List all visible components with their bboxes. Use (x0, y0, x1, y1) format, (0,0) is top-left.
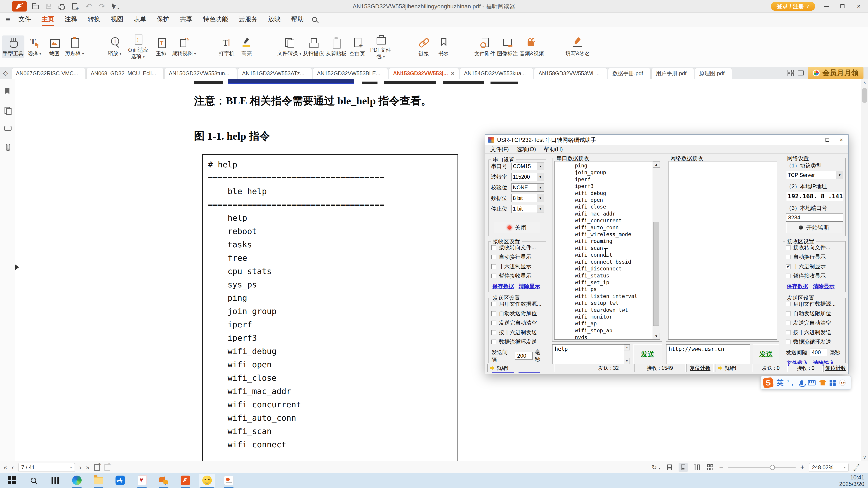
document-tab[interactable]: AN150GD32VW553tun... (164, 68, 237, 78)
toolbar-item[interactable]: 文件附件 ▾ (473, 35, 496, 58)
print-icon[interactable] (58, 2, 66, 10)
usr-maximize-button[interactable] (820, 135, 834, 145)
menu-item[interactable]: 特色功能 (198, 13, 234, 26)
toolbar-item[interactable]: ▾ (85, 39, 105, 55)
redo-icon[interactable] (97, 2, 105, 10)
read-mode-icon[interactable] (798, 70, 804, 75)
toolbar-item[interactable]: ▾ (454, 39, 473, 55)
checkbox[interactable] (786, 330, 790, 335)
start-listen-button[interactable]: 开始监听 (786, 222, 842, 233)
toolbar-item[interactable]: PDF文件包 ▾ (367, 32, 394, 61)
checkbox-row[interactable]: 发送完自动清空 (786, 319, 845, 326)
microphone-icon[interactable] (800, 380, 803, 385)
toolbox-icon[interactable] (830, 380, 836, 386)
next-page-icon[interactable]: › (79, 464, 81, 471)
english-mode-icon[interactable]: 英 (777, 378, 783, 387)
scroll-up-icon[interactable]: ∧ (624, 345, 630, 350)
scroll-up-icon[interactable]: ▲ (653, 161, 660, 168)
serial-param-select[interactable]: 115200 ▼ (511, 173, 544, 181)
action-link[interactable]: 清除显示 (813, 283, 835, 290)
checkbox-row[interactable]: 按十六进制发送 (786, 329, 845, 336)
open-file-icon[interactable] (32, 2, 39, 10)
document-scrollbar[interactable]: ∧ ∨ (861, 79, 868, 461)
checkbox[interactable] (491, 302, 496, 306)
input-scrollbar[interactable]: ∧ ∨ (624, 345, 630, 364)
emoji-icon[interactable] (839, 380, 846, 386)
checkbox[interactable] (786, 255, 790, 259)
dropdown-arrow-icon[interactable]: ▼ (537, 194, 544, 202)
toolbar-item[interactable]: 从剪贴板 ▾ (325, 35, 347, 58)
checkbox-row[interactable]: 按十六进制发送 (491, 329, 546, 336)
protocol-select[interactable]: TCP Server ▼ (786, 171, 843, 179)
minimize-button[interactable] (821, 2, 831, 11)
scrollbar-thumb[interactable] (653, 222, 659, 326)
dropdown-arrow-icon[interactable]: ▼ (836, 171, 843, 179)
usr-taskbar-icon[interactable] (199, 474, 215, 487)
menu-item[interactable]: 转换 (83, 13, 105, 26)
pages-panel-icon[interactable] (4, 106, 11, 113)
usr-menu-item[interactable]: 选项(O) (513, 145, 539, 153)
toolbar-item[interactable]: 链接 ▾ (414, 35, 434, 58)
toolbar-item[interactable]: 音频&视频 ▾ (519, 35, 545, 58)
page-number-box[interactable]: 7 / 41 ▾ (18, 463, 75, 472)
serial-param-select[interactable]: 8 bit ▼ (511, 194, 544, 202)
document-tab[interactable]: AN152GD32VW553BLE... (313, 68, 388, 78)
comments-panel-icon[interactable] (4, 125, 11, 132)
zoom-level-box[interactable]: 248.02% ▾ (809, 463, 848, 472)
previous-view-icon[interactable] (94, 464, 100, 471)
zoom-slider[interactable] (728, 467, 796, 468)
usr-menu-item[interactable]: 文件(F) (487, 145, 512, 153)
local-ip-input[interactable]: 192.168. 8 .141 (786, 192, 843, 201)
zoom-out-icon[interactable]: − (719, 463, 723, 471)
dropdown-arrow-icon[interactable]: ▼ (537, 205, 544, 213)
single-page-view-icon[interactable] (665, 463, 674, 472)
keyboard-icon[interactable] (808, 380, 815, 385)
cards-app-icon[interactable] (134, 474, 150, 487)
document-tab[interactable]: AN067GD32RISC-VMC... (12, 68, 86, 78)
save-icon[interactable] (45, 2, 53, 10)
new-page-icon[interactable] (71, 2, 79, 10)
hamburger-icon[interactable]: ≡ (6, 15, 10, 24)
menu-item[interactable]: 视图 (105, 13, 129, 26)
checkbox-row[interactable]: 十六进制显示 (491, 263, 546, 270)
menu-item[interactable]: 帮助 (286, 13, 309, 26)
send-interval-input[interactable]: 200 (515, 352, 532, 360)
tab-close-icon[interactable]: × (451, 70, 455, 77)
toolbar-item[interactable]: ▾ (256, 39, 276, 55)
checkbox-row[interactable]: 暂停接收显示 (786, 272, 845, 280)
document-tab[interactable]: AN153GD32VW553j... × (389, 68, 459, 78)
dropdown-arrow-icon[interactable]: ▼ (537, 162, 544, 170)
first-page-icon[interactable]: « (4, 464, 7, 471)
toolbar-item[interactable]: 选择 ▾ (24, 35, 44, 58)
scroll-down-icon[interactable]: ▼ (653, 333, 660, 339)
menu-item[interactable]: 注释 (59, 13, 83, 26)
action-link[interactable]: 保存数据 (786, 283, 808, 290)
sidebar-expand-handle[interactable] (16, 265, 19, 270)
usr-close-button[interactable]: × (834, 135, 848, 145)
toolbar-item[interactable]: 旋转视图 ▾ (171, 35, 197, 58)
file-explorer-icon[interactable] (90, 474, 107, 487)
checkbox[interactable] (491, 321, 496, 325)
checkbox[interactable] (786, 245, 790, 250)
checkbox[interactable] (491, 330, 496, 335)
toolbar-item[interactable]: 高亮 ▾ (237, 35, 256, 58)
checkbox-row[interactable]: 数据流循环发送 (491, 338, 546, 346)
checkbox-row[interactable]: 数据流循环发送 (786, 338, 845, 346)
toolbar-item[interactable]: 重排 ▾ (151, 35, 171, 58)
checkbox[interactable] (786, 273, 790, 278)
fullscreen-icon[interactable] (853, 464, 860, 471)
taskbar-clock[interactable]: 10:41 2025/3/20 (839, 474, 864, 487)
prev-page-icon[interactable]: ‹ (12, 464, 14, 471)
rotate-view-icon[interactable]: ↻ ▾ (652, 464, 660, 471)
fit-width-view-icon[interactable] (679, 463, 688, 472)
checkbox-row[interactable]: 自动发送附加位 (491, 310, 546, 317)
menu-item[interactable]: 云服务 (234, 13, 263, 26)
toolbar-item[interactable]: 页面适应选项 ▾ (125, 32, 151, 61)
local-port-input[interactable]: 8234 (786, 214, 843, 222)
undo-icon[interactable] (84, 2, 92, 10)
menu-item[interactable]: 放映 (263, 13, 286, 26)
toolbar-item[interactable]: ▾ (545, 39, 565, 55)
usr-menu-item[interactable]: 帮助(H) (540, 145, 566, 153)
menu-item[interactable]: 主页 (36, 13, 59, 26)
toolbar-item[interactable]: 填写&签名 ▾ (565, 35, 591, 58)
